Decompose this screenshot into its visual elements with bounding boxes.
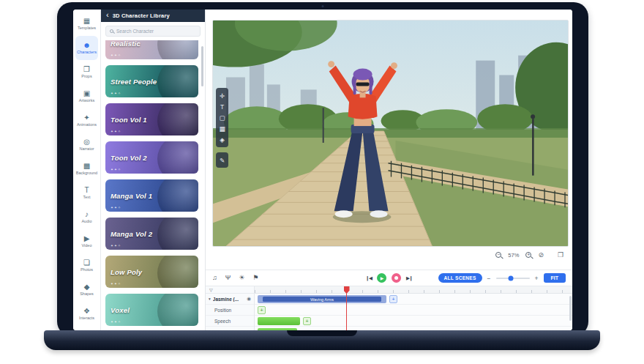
record-voice-icon[interactable]: Ψ (225, 275, 231, 281)
timeline-scrollbar[interactable] (569, 296, 572, 321)
transport-bar: ♫ Ψ ☀ ⚑ ❙◀ ▶ ▶❙ ALL SCENES − (206, 270, 572, 286)
timeline-lanes[interactable]: Waving Arms + + + (255, 286, 572, 330)
pose-tool-icon[interactable]: ✎ (216, 155, 228, 166)
sidebar-item-props[interactable]: ❒Props (75, 60, 98, 84)
search-box[interactable] (105, 26, 201, 37)
track-row-speech[interactable]: Speech (206, 316, 254, 327)
track-row-position[interactable]: Position (206, 305, 254, 316)
library-title: 3D Character Library (113, 12, 170, 19)
search-icon (110, 29, 113, 33)
animations-icon: ✦ (83, 114, 89, 122)
library-header: ‹ 3D Character Library (101, 10, 205, 22)
transport-left-tools: ♫ Ψ ☀ ⚑ (212, 275, 258, 281)
canvas[interactable]: ✛ T ▢ ▦ ◈ ✎ (212, 20, 569, 247)
canvas-toolbar: ✛ T ▢ ▦ ◈ (216, 88, 228, 147)
pan-tool-icon[interactable]: ✛ (216, 90, 228, 101)
zoom-level: 57% (508, 252, 519, 259)
card-toon-vol-2[interactable]: Toon Vol 2 (105, 141, 198, 174)
card-voxel[interactable]: Voxel (105, 294, 198, 326)
park-scene (213, 21, 568, 246)
bookmark-icon[interactable]: ⚑ (252, 275, 258, 281)
sidebar-item-background[interactable]: ▩Background (75, 157, 98, 181)
sidebar-item-templates[interactable]: ▦Templates (75, 12, 98, 36)
add-position-button[interactable]: + (258, 306, 266, 314)
sidebar-item-shapes[interactable]: ◆Shapes (75, 278, 98, 302)
timeline-zoom-in[interactable]: + (535, 275, 539, 282)
layers-tool-icon[interactable]: ◈ (216, 134, 228, 145)
add-audio-icon[interactable]: ♫ (212, 275, 217, 281)
speech-clip[interactable] (258, 317, 300, 325)
character-card-list: Realistic Street People Toon Vol 1 Toon … (101, 40, 205, 330)
zoom-in-icon[interactable]: + (525, 252, 531, 258)
sidebar-item-narrator[interactable]: ◎Narrator (75, 133, 98, 157)
text-icon: T (84, 187, 89, 194)
playhead[interactable] (346, 286, 347, 330)
animation-clip[interactable]: Waving Arms (258, 295, 386, 303)
record-button[interactable] (392, 273, 401, 283)
filter-icon[interactable]: ▽ (206, 286, 254, 294)
duplicate-icon[interactable]: ❐ (558, 251, 564, 259)
transport-right-tools: ALL SCENES − + FIT (438, 273, 566, 283)
record-dot-icon (394, 276, 398, 280)
play-button[interactable]: ▶ (377, 273, 386, 283)
all-scenes-button[interactable]: ALL SCENES (438, 273, 482, 283)
slider-knob[interactable] (509, 275, 514, 281)
library-scrollbar[interactable] (201, 46, 203, 86)
shapes-icon: ◆ (84, 283, 90, 291)
sidebar-item-interacts[interactable]: ❖Interacts (75, 302, 98, 326)
sidebar-item-characters[interactable]: ☻Characters (75, 36, 98, 60)
sidebar-item-video[interactable]: ▶Video (75, 229, 98, 253)
page: ▦Templates ☻Characters ❒Props ▣Artworks … (0, 0, 644, 364)
sidebar-item-photos[interactable]: ❏Photos (75, 253, 98, 278)
zoom-out-icon[interactable]: − (495, 252, 501, 258)
hide-ui-icon[interactable]: ⊘ (538, 251, 544, 259)
visibility-eye-icon[interactable]: ◉ (247, 296, 251, 302)
sidebar-item-animations[interactable]: ✦Animations (75, 108, 98, 133)
select-tool-icon[interactable]: ▢ (216, 112, 228, 123)
lane-jasmine[interactable]: Waving Arms + (255, 294, 572, 305)
props-icon: ❒ (83, 66, 90, 73)
sidebar-item-text[interactable]: TText (75, 181, 98, 205)
timeline: ▽ ▾ Jasmine (... ◉ Position Speech (206, 286, 572, 330)
timeline-ruler[interactable] (255, 286, 572, 294)
character-library-panel: ‹ 3D Character Library Realistic Street … (101, 10, 206, 330)
lane-speech[interactable]: + (255, 316, 572, 327)
text-tool-icon[interactable]: T (216, 101, 228, 112)
card-manga-vol-2[interactable]: Manga Vol 2 (105, 218, 198, 250)
card-street-people[interactable]: Street People (105, 65, 198, 97)
card-manga-vol-1[interactable]: Manga Vol 1 (105, 179, 198, 212)
canvas-toolbar-secondary: ✎ (216, 152, 228, 168)
collapse-caret-icon[interactable]: ▾ (209, 297, 211, 301)
sidebar-item-artworks[interactable]: ▣Artworks (75, 84, 98, 108)
video-icon: ▶ (84, 235, 90, 242)
timeline-zoom-slider[interactable] (496, 278, 530, 279)
render-settings-icon[interactable]: ☀ (239, 275, 244, 281)
background-icon: ▩ (83, 163, 90, 170)
artworks-icon: ▣ (83, 90, 90, 97)
timeline-zoom-out[interactable]: − (487, 275, 491, 282)
timeline-track-names: ▽ ▾ Jasmine (... ◉ Position Speech (206, 286, 255, 330)
skip-forward-icon[interactable]: ▶❙ (406, 275, 412, 281)
sidebar: ▦Templates ☻Characters ❒Props ▣Artworks … (73, 10, 101, 330)
main-area: ✛ T ▢ ▦ ◈ ✎ − 57% + ⊘ ❐ (206, 10, 572, 330)
card-toon-vol-1[interactable]: Toon Vol 1 (105, 103, 198, 135)
skip-back-icon[interactable]: ❙◀ (366, 275, 372, 281)
sidebar-item-audio[interactable]: ♪Audio (75, 205, 98, 229)
lane-position[interactable]: + (255, 305, 572, 316)
add-animation-button[interactable]: + (389, 295, 397, 303)
search-input[interactable] (116, 29, 196, 34)
add-speech-button[interactable]: + (303, 317, 311, 325)
playback-controls: ❙◀ ▶ ▶❙ (366, 273, 413, 283)
photos-icon: ❏ (83, 259, 90, 267)
fit-button[interactable]: FIT (544, 273, 566, 283)
templates-icon: ▦ (83, 18, 90, 25)
back-icon[interactable]: ‹ (106, 11, 109, 19)
audio-icon: ♪ (85, 211, 89, 218)
card-low-poly[interactable]: Low Poly (105, 256, 198, 288)
grid-tool-icon[interactable]: ▦ (216, 123, 228, 134)
app-window: ▦Templates ☻Characters ❒Props ▣Artworks … (73, 10, 572, 330)
track-header-jasmine[interactable]: ▾ Jasmine (... ◉ (206, 294, 254, 305)
characters-icon: ☻ (83, 42, 91, 49)
zoom-bar: − 57% + ⊘ ❐ (206, 247, 572, 263)
card-realistic[interactable]: Realistic (105, 40, 198, 59)
